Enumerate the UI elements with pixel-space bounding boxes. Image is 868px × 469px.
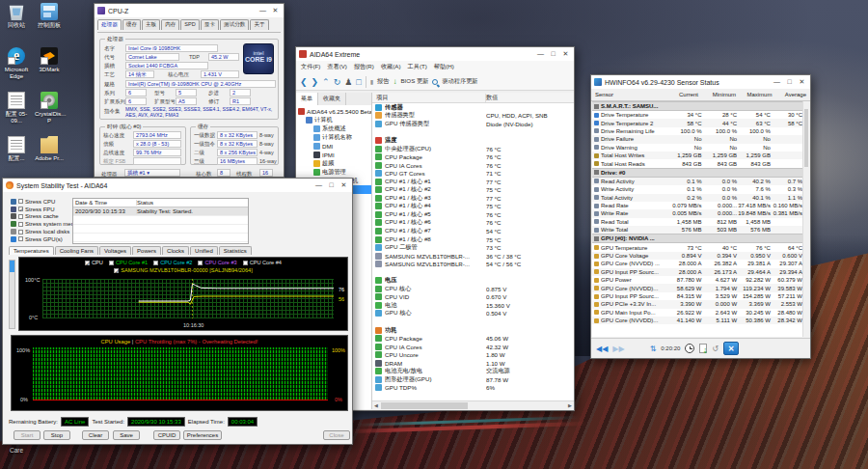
aida64-sensor-row[interactable]: CPU Package45.06 W — [372, 334, 574, 343]
aida64-pane-tab-1[interactable]: 收藏夹 — [318, 93, 346, 105]
cpuz-titlebar[interactable]: CPU-Z —✕ — [95, 4, 284, 17]
legend-item[interactable]: CPU Core #4 — [243, 260, 282, 265]
stability-titlebar[interactable]: System Stability Test - AIDA64 —□✕ — [3, 179, 352, 192]
aida64-close-button[interactable]: ✕ — [559, 47, 572, 61]
aida64-sensor-row[interactable]: CPU #1 / 核心 #275 °C — [372, 185, 574, 194]
report-icon[interactable]: ▮ — [370, 78, 373, 85]
cpuid-button[interactable]: CPUID — [153, 430, 180, 440]
stability-tab-temperatures[interactable]: Temperatures — [9, 246, 54, 255]
legend-checkbox[interactable] — [243, 261, 248, 265]
aida64-sensor-row[interactable]: 电池15.360 V — [372, 301, 574, 310]
report-icon[interactable] — [699, 344, 707, 353]
aida64-tree-item[interactable]: AIDA64 v6.25.5400 Beta — [296, 107, 371, 116]
hwinfo-column-minimum[interactable]: Minimum — [702, 92, 740, 97]
desktop-icon-control-panel[interactable]: 控制面板 — [35, 3, 64, 29]
hwinfo-sensor-row[interactable]: GPU Input PP Sourc...84.315 W3.529 W154.… — [592, 292, 802, 300]
cpuz-tab-关于[interactable]: 关于 — [250, 19, 268, 30]
hwinfo-sensor-row[interactable]: GPU Core (NVVDD) ...28.000 A26.382 A29.3… — [592, 260, 802, 267]
aida64-titlebar[interactable]: AIDA64 Extreme —□✕ — [296, 47, 574, 61]
legend-checkbox[interactable] — [153, 261, 158, 265]
user-icon[interactable]: ♟ — [344, 77, 352, 87]
log-row[interactable]: 2020/9/30 10:15:33 Stability Test: Start… — [73, 207, 248, 216]
hwinfo-sensor-row[interactable]: Total Host Reads843 GB843 GB843 GB — [592, 159, 802, 167]
aida64-sensor-row[interactable]: CPU Uncore1.80 W — [372, 350, 574, 359]
aida64-sensor-row[interactable]: CPU #1 / 核心 #475 °C — [372, 203, 574, 211]
cpuz-tab-主板[interactable]: 主板 — [142, 19, 160, 30]
up-icon[interactable]: ⌃ — [322, 77, 330, 87]
hwinfo-column-maximum[interactable]: Maximum — [740, 92, 775, 97]
desktop-icon-3dmark[interactable]: 3DMark — [35, 47, 64, 73]
hwinfo-sensor-row[interactable]: Drive WarningNoNoNo — [592, 144, 802, 152]
stability-close-button[interactable]: ✕ — [338, 179, 350, 192]
hwinfo-sensor-row[interactable]: Write Activity0.1 %0.0 %7.6 %0.3 % — [592, 185, 802, 193]
legend-checkbox[interactable] — [198, 261, 203, 265]
aida64-sensor-row[interactable]: CPU #1 / 核心 #377 °C — [372, 194, 574, 203]
close-sensors-button[interactable]: ✕ — [723, 342, 739, 355]
aida64-sensor-row[interactable]: CPU #1 / 核心 #576 °C — [372, 210, 574, 219]
checkbox[interactable] — [18, 214, 23, 219]
aida64-tree-item[interactable]: 计算机名称 — [296, 133, 371, 142]
reset-icon[interactable]: ↺ — [712, 345, 719, 353]
aida64-pane-tab-0[interactable]: 菜单 — [296, 93, 318, 105]
hwinfo-close-button[interactable]: ✕ — [796, 75, 808, 89]
aida64-sensor-row[interactable]: GPU 传感器类型Diode (NV-Diode) — [372, 120, 574, 128]
checkbox[interactable]: ✓ — [18, 207, 23, 211]
cpuz-tab-显卡[interactable]: 显卡 — [201, 19, 219, 30]
stability-tab-powers[interactable]: Powers — [132, 246, 161, 255]
cpuz-minimize-button[interactable]: — — [257, 4, 269, 17]
checkbox[interactable] — [18, 236, 23, 241]
hwinfo-sensor-row[interactable]: Drive Temperature 258 °C44 °C63 °C58 °C — [592, 119, 802, 126]
aida64-sensor-row[interactable]: 传感器类型CPU, HDD, ACPI, SNB — [372, 112, 574, 121]
hwinfo-maximize-button[interactable]: □ — [783, 75, 796, 89]
aida64-minimize-button[interactable]: — — [534, 47, 547, 61]
hwinfo-sensor-row[interactable]: Read Total1,458 MB812 MB1,458 MB — [592, 218, 802, 226]
aida64-sensor-row[interactable]: DRAM1.10 W — [372, 359, 574, 368]
aida64-sensor-row[interactable]: 中央处理器(CPU)76 °C — [372, 145, 574, 153]
aida64-tree-item[interactable]: 超频 — [296, 159, 371, 168]
driver-update-icon[interactable] — [432, 79, 438, 85]
hwinfo-sensor-row[interactable]: Drive FailureNoNoNo — [592, 135, 802, 143]
aida64-sensor-row[interactable]: CPU 核心0.875 V — [372, 285, 574, 293]
aida64-column-value[interactable]: 数值 — [486, 94, 498, 102]
stability-tab-cooling-fans[interactable]: Cooling Fans — [55, 246, 98, 255]
stability-tab-unified[interactable]: Unified — [190, 246, 218, 255]
save-button[interactable]: Save — [113, 430, 140, 440]
log-col-datetime[interactable]: Date & Time — [73, 200, 137, 206]
desktop-icon-adobe-folder[interactable]: Adobe Pr... — [35, 136, 64, 162]
hwinfo-sensor-row[interactable]: Total Host Writes1,259 GB1,259 GB1,259 G… — [592, 152, 802, 159]
log-col-status[interactable]: Status — [137, 200, 153, 206]
graph-height-slider[interactable] — [9, 260, 15, 329]
hwinfo-column-average[interactable]: Average — [775, 92, 810, 97]
clock-icon[interactable] — [685, 344, 694, 353]
aida64-sensor-row[interactable]: CPU Package76 °C — [372, 152, 574, 161]
stability-tab-voltages[interactable]: Voltages — [99, 246, 131, 255]
driver-update-button[interactable]: 驱动程序更新 — [442, 77, 477, 86]
clear-button[interactable]: Clear — [82, 430, 109, 440]
legend-checkbox[interactable]: ✓ — [114, 268, 119, 273]
checkbox[interactable] — [18, 230, 23, 234]
legend-item[interactable]: CPU Core #1 — [109, 260, 148, 265]
aida64-group-row[interactable]: 功耗 — [372, 326, 574, 335]
hwinfo-sensor-row[interactable]: Total Activity0.2 %0.0 %40.1 %1.1 % — [592, 194, 802, 202]
hwinfo-sensor-row[interactable]: GPU Power87.780 W4.627 W92.282 W60.379 W — [592, 276, 802, 284]
aida64-column-field[interactable]: 项目 — [372, 94, 486, 102]
aida64-sensor-row[interactable]: 电池充电/放电交流电源 — [372, 368, 574, 376]
hwinfo-column-current[interactable]: Current — [665, 92, 702, 97]
legend-item[interactable]: ✓SAMSUNG MZVLB1T0HBLR-00000 [SALJNB94/20… — [114, 267, 253, 273]
refresh-icon[interactable]: ↻ — [334, 77, 341, 87]
aida64-menu-帮[interactable]: 帮助(H) — [434, 63, 454, 71]
back-icon[interactable]: ❮ — [300, 77, 308, 87]
aida64-menu-收[interactable]: 收藏(A) — [381, 63, 401, 71]
aida64-tree-item[interactable]: IPMI — [296, 151, 371, 159]
legend-checkbox[interactable]: ✓ — [85, 261, 90, 265]
hwinfo-sensor-row[interactable]: GPU Core (NVVDD)...41.140 W5.111 W50.386… — [592, 317, 802, 324]
legend-item[interactable]: CPU Core #2 — [153, 260, 192, 265]
hwinfo-sensor-row[interactable]: Read Activity0.1 %0.0 %40.2 %0.7 % — [592, 178, 802, 185]
cpuz-tab-测试分数[interactable]: 测试分数 — [220, 19, 249, 30]
hwinfo-minimize-button[interactable]: — — [771, 75, 783, 89]
scroll-right-arrow[interactable]: ▶ — [566, 402, 574, 409]
scroll-thumb[interactable] — [381, 402, 468, 409]
forward-icon[interactable]: ❯ — [312, 77, 319, 87]
legend-item[interactable]: CPU Core #3 — [198, 260, 236, 265]
hwinfo-group-header[interactable]: GPU [#0]: NVIDIA ... — [592, 234, 802, 243]
